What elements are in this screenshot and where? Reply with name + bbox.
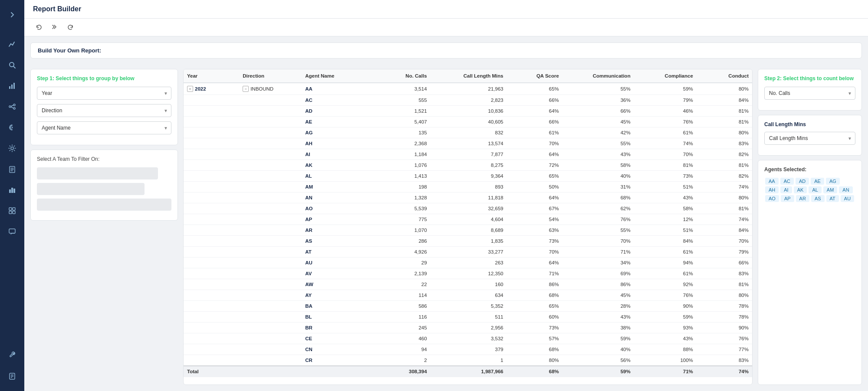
length-cell: 511 xyxy=(431,312,507,323)
calls-cell: 2 xyxy=(371,355,430,366)
conduct-cell: 78% xyxy=(697,312,752,323)
sidebar-item-analytics[interactable] xyxy=(3,36,21,53)
svg-point-10 xyxy=(12,127,13,128)
agent-select[interactable]: Agent Name xyxy=(37,121,171,134)
agent-tag[interactable]: AH xyxy=(765,186,779,193)
qa-cell: 67% xyxy=(507,203,562,214)
call-length-select[interactable]: Call Length Mins xyxy=(764,132,855,145)
direction-empty xyxy=(239,95,302,106)
call-length-title: Call Length Mins xyxy=(764,121,855,127)
agent-tag[interactable]: AU xyxy=(841,195,854,202)
agent-tag[interactable]: AN xyxy=(839,186,852,193)
qa-cell: 54% xyxy=(507,214,562,225)
direction-empty xyxy=(239,355,302,366)
svg-rect-4 xyxy=(13,83,15,89)
undo2-button[interactable] xyxy=(49,21,61,33)
svg-rect-23 xyxy=(9,229,15,233)
redo-button[interactable] xyxy=(64,21,76,33)
agent-tag[interactable]: AA xyxy=(765,178,779,185)
conduct-cell: 77% xyxy=(697,344,752,355)
comm-cell: 31% xyxy=(562,182,634,192)
agent-tag[interactable]: AE xyxy=(811,178,824,185)
col-communication: Communication xyxy=(562,69,634,83)
sidebar-item-connections[interactable] xyxy=(3,98,21,115)
agent-tag[interactable]: AS xyxy=(811,195,825,202)
sidebar-item-settings-top[interactable] xyxy=(3,140,21,157)
agent-tag[interactable]: AP xyxy=(781,195,794,202)
sidebar-item-messages[interactable] xyxy=(3,223,21,240)
compliance-cell: 51% xyxy=(634,225,697,236)
calls-cell: 1,076 xyxy=(371,160,430,171)
year-select[interactable]: Year xyxy=(37,87,171,100)
sidebar-item-search[interactable] xyxy=(3,56,21,74)
table-row: AP 775 4,604 54% 76% 12% 74% xyxy=(184,214,752,225)
col-compliance: Compliance xyxy=(634,69,697,83)
agent-tag[interactable]: AC xyxy=(780,178,794,185)
length-cell: 33,277 xyxy=(431,247,507,257)
year-empty xyxy=(184,214,239,225)
year-empty xyxy=(184,95,239,106)
sidebar-expand[interactable] xyxy=(3,6,21,23)
sidebar-item-chart[interactable] xyxy=(3,181,21,199)
year-empty xyxy=(184,333,239,344)
agent-tag[interactable]: AL xyxy=(809,186,821,193)
col-year: Year xyxy=(184,69,239,83)
qa-cell: 60% xyxy=(507,312,562,323)
table-row: AR 1,070 8,689 63% 55% 51% 84% xyxy=(184,225,752,236)
agent-cell: AN xyxy=(302,192,371,203)
direction-select-wrapper: Direction ▼ xyxy=(37,104,171,117)
year-select-wrapper: Year ▼ xyxy=(37,87,171,100)
direction-empty xyxy=(239,290,302,301)
conduct-cell: 83% xyxy=(697,138,752,149)
sidebar-item-clipboard[interactable] xyxy=(3,160,21,178)
sidebar-item-tools[interactable] xyxy=(3,347,21,364)
svg-rect-20 xyxy=(13,208,15,210)
year-empty xyxy=(184,323,239,333)
agent-cell: BA xyxy=(302,301,371,312)
direction-select[interactable]: Direction xyxy=(37,104,171,117)
agent-cell: AH xyxy=(302,138,371,149)
svg-rect-2 xyxy=(9,86,10,89)
agent-tag[interactable]: AM xyxy=(823,186,838,193)
length-cell: 832 xyxy=(431,127,507,138)
agent-cell: AO xyxy=(302,203,371,214)
svg-rect-19 xyxy=(9,208,12,210)
col-qa-score: QA Score xyxy=(507,69,562,83)
agent-tag[interactable]: AD xyxy=(796,178,809,185)
sidebar-item-broadcast[interactable] xyxy=(3,119,21,136)
no-calls-select[interactable]: No. Calls xyxy=(764,87,855,100)
direction-collapse-btn[interactable]: − xyxy=(243,86,249,92)
length-cell: 11,818 xyxy=(431,192,507,203)
col-agent-name: Agent Name xyxy=(302,69,371,83)
agent-tag[interactable]: AI xyxy=(780,186,792,193)
agent-tag[interactable]: AR xyxy=(796,195,809,202)
qa-cell: 86% xyxy=(507,279,562,290)
sidebar-item-tabs[interactable] xyxy=(3,202,21,219)
direction-empty xyxy=(239,106,302,117)
comm-cell: 40% xyxy=(562,171,634,182)
svg-line-9 xyxy=(11,107,13,108)
undo-button[interactable] xyxy=(33,21,45,33)
sidebar-item-pager[interactable] xyxy=(3,368,21,385)
toolbar xyxy=(24,19,868,36)
compliance-cell: 81% xyxy=(634,160,697,171)
table-row: AH 2,368 13,574 70% 55% 74% 83% xyxy=(184,138,752,149)
calls-cell: 1,070 xyxy=(371,225,430,236)
year-empty xyxy=(184,290,239,301)
direction-empty xyxy=(239,192,302,203)
svg-rect-21 xyxy=(9,211,12,214)
agent-tag[interactable]: AO xyxy=(765,195,779,202)
length-cell: 2,823 xyxy=(431,95,507,106)
comm-cell: 36% xyxy=(562,95,634,106)
year-empty xyxy=(184,247,239,257)
svg-rect-22 xyxy=(13,211,15,214)
agent-tag[interactable]: AT xyxy=(826,195,839,202)
agent-cell: AD xyxy=(302,106,371,117)
compliance-cell: 93% xyxy=(634,323,697,333)
year-collapse-btn[interactable]: − xyxy=(187,86,193,92)
agent-tag[interactable]: AG xyxy=(826,178,840,185)
table-row: AY 114 634 68% 45% 76% 80% xyxy=(184,290,752,301)
agent-tag[interactable]: AK xyxy=(794,186,807,193)
sidebar-item-reports[interactable] xyxy=(3,77,21,94)
direction-empty xyxy=(239,214,302,225)
